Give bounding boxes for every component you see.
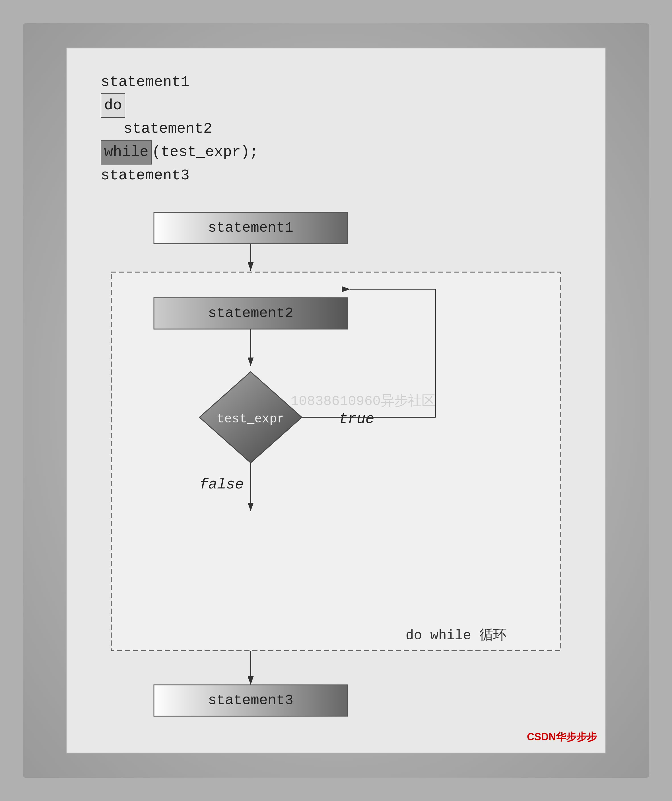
diamond-label: test_expr (217, 412, 284, 426)
outer-background: 10838610960异步社区 statement1 do statement2… (23, 23, 649, 778)
main-card: 10838610960异步社区 statement1 do statement2… (66, 48, 606, 753)
loop-title-label: do while 循环 (406, 628, 507, 643)
true-label: true (339, 411, 374, 428)
stmt1-label: statement1 (208, 220, 293, 236)
code-line2: do (101, 93, 258, 118)
code-line4-rest: (test_expr); (152, 144, 258, 161)
flowchart-svg: statement1 statement2 test_expr true fal… (94, 209, 578, 779)
csdn-logo: CSDN华步步步 (527, 730, 597, 744)
flowchart-area: statement1 statement2 test_expr true fal… (101, 209, 571, 779)
code-block: statement1 do statement2 while(test_expr… (101, 71, 258, 187)
code-line1: statement1 (101, 71, 258, 93)
false-label: false (199, 476, 244, 493)
code-line3: statement2 (123, 118, 258, 140)
code-line5: statement3 (101, 164, 258, 187)
while-keyword: while (101, 140, 152, 164)
stmt2-label: statement2 (208, 305, 293, 322)
do-keyword: do (101, 93, 125, 118)
stmt3-label: statement3 (208, 692, 293, 708)
code-line4: while(test_expr); (101, 140, 258, 164)
